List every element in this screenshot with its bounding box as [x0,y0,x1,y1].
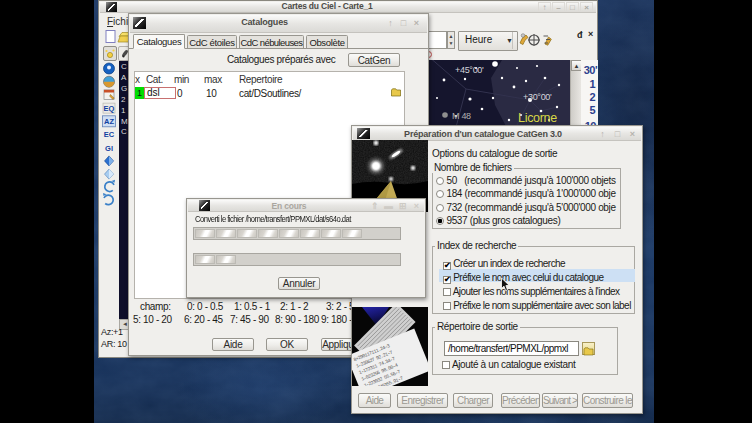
svg-text:Gl: Gl [105,144,113,153]
svg-text:AZ: AZ [104,117,114,126]
svg-text:+45°00': +45°00' [455,65,484,75]
svg-text:EC: EC [104,130,115,139]
svg-text:+30°00': +30°00' [523,92,552,102]
svg-text:Licorne: Licorne [518,111,557,125]
svg-text:M 48: M 48 [452,111,471,121]
svg-text:EQ: EQ [104,104,115,113]
